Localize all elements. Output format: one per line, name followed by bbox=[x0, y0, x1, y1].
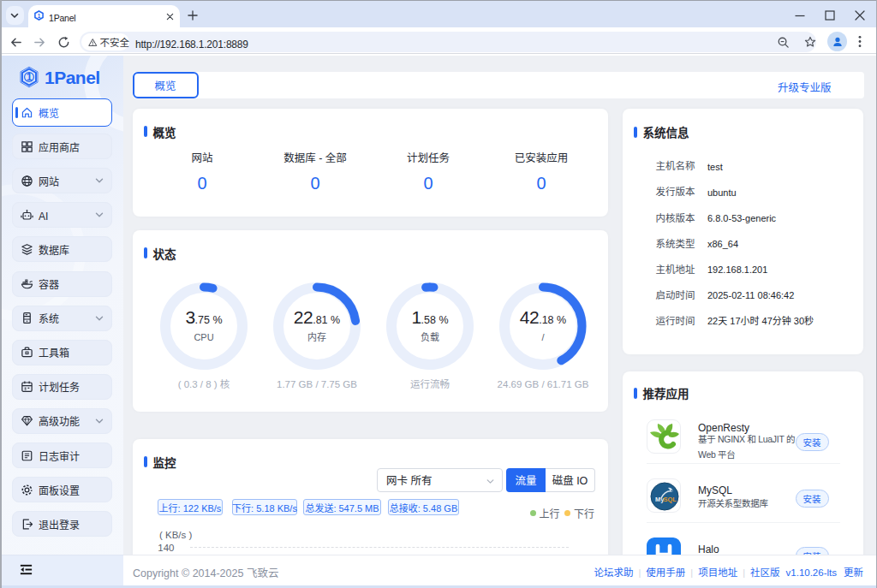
svg-text:1: 1 bbox=[27, 71, 33, 83]
svg-text:1: 1 bbox=[38, 12, 41, 18]
svg-text:SQL: SQL bbox=[663, 496, 677, 503]
